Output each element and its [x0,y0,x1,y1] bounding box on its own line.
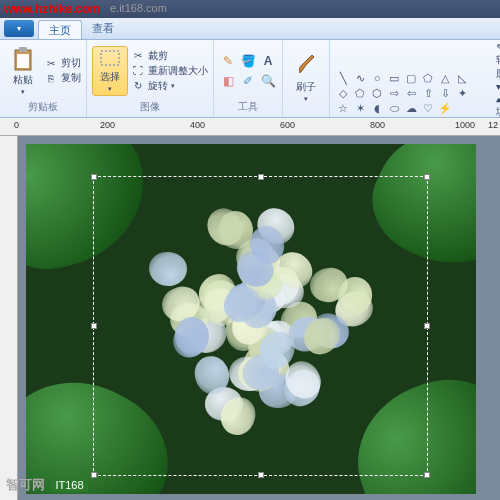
shape-roundrect[interactable]: ▢ [403,71,419,85]
paste-button[interactable]: 粘贴 ▾ [5,44,41,98]
shape-callout-cloud[interactable]: ☁ [403,101,419,115]
chevron-down-icon: ▾ [17,24,21,33]
watermark-url1: www.hzhike.com [4,2,100,16]
tab-view[interactable]: 查看 [82,18,124,39]
brush-label: 刷子 [296,80,316,94]
select-icon [99,49,121,69]
brush-button[interactable]: 刷子 ▾ [288,51,324,105]
canvas[interactable] [18,136,500,500]
shape-arrow-d[interactable]: ⇩ [437,86,453,100]
clipboard-icon [11,46,35,72]
ribbon: 粘贴 ▾ ✂剪切 ⎘复制 剪贴板 选择 ▾ ✂裁剪 ⛶重新调整大小 ↻旋转 ▾ … [0,40,500,118]
shape-diamond[interactable]: ◇ [335,86,351,100]
fill-tool[interactable]: 🪣 [239,52,257,70]
chevron-down-icon: ▾ [108,85,112,93]
shape-star6[interactable]: ✶ [352,101,368,115]
svg-rect-1 [19,47,27,52]
brand-cn: 智可网 [6,477,45,492]
group-brush: 刷子 ▾ [283,40,330,117]
shape-curve[interactable]: ∿ [352,71,368,85]
watermark-url2: e.it168.com [110,2,167,14]
paste-label: 粘贴 [13,73,33,87]
shapes-gallery[interactable]: ╲∿○▭▢⬠△◺ ◇⬠⬡⇨⇦⇧⇩✦ ☆✶◖⬭☁♡⚡ [335,71,487,115]
group-label-clipboard: 剪贴板 [5,99,81,115]
cut-button[interactable]: ✂剪切 [44,56,81,70]
photo-content [26,144,476,494]
pencil-tool[interactable]: ✎ [219,52,237,70]
group-label-tools: 工具 [219,99,277,115]
shape-oval[interactable]: ○ [369,71,385,85]
shape-heart[interactable]: ♡ [420,101,436,115]
group-tools: ✎ 🪣 A ◧ ✐ 🔍 工具 [214,40,283,117]
crop-button[interactable]: ✂裁剪 [131,49,208,63]
brand-en: IT168 [51,478,87,492]
shape-callout-oval[interactable]: ⬭ [386,101,402,115]
shape-polygon[interactable]: ⬠ [420,71,436,85]
shape-star5[interactable]: ☆ [335,101,351,115]
copy-icon: ⎘ [44,71,58,85]
select-label: 选择 [100,70,120,84]
brand-watermark: 智可网 IT168 [6,475,88,494]
zoom-tool[interactable]: 🔍 [259,72,277,90]
shape-star4[interactable]: ✦ [454,86,470,100]
resize-icon: ⛶ [131,64,145,78]
select-button[interactable]: 选择 ▾ [92,46,128,96]
fill-icon: ▰ [496,94,500,105]
shape-hexagon[interactable]: ⬡ [369,86,385,100]
menu-bar: ▾ 主页 查看 [0,18,500,40]
copy-button[interactable]: ⎘复制 [44,71,81,85]
resize-button[interactable]: ⛶重新调整大小 [131,64,208,78]
crop-icon: ✂ [131,49,145,63]
shape-arrow-r[interactable]: ⇨ [386,86,402,100]
svg-rect-2 [17,54,29,68]
tab-home[interactable]: 主页 [38,20,82,39]
group-clipboard: 粘贴 ▾ ✂剪切 ⎘复制 剪贴板 [0,40,87,117]
outline-button[interactable]: ✎ 轮廓 ▾ [496,42,500,92]
group-image: 选择 ▾ ✂裁剪 ⛶重新调整大小 ↻旋转 ▾ 图像 [87,40,214,117]
chevron-down-icon: ▾ [21,88,25,96]
picker-tool[interactable]: ✐ [239,72,257,90]
group-label-image: 图像 [92,99,208,115]
outline-icon: ✎ [496,42,500,53]
workspace [0,136,500,500]
shape-arrow-u[interactable]: ⇧ [420,86,436,100]
shape-triangle[interactable]: △ [437,71,453,85]
shape-lightning[interactable]: ⚡ [437,101,453,115]
ruler-vertical [0,136,18,500]
text-tool[interactable]: A [259,52,277,70]
rotate-icon: ↻ [131,79,145,93]
shape-rtriangle[interactable]: ◺ [454,71,470,85]
scissors-icon: ✂ [44,56,58,70]
shape-arrow-l[interactable]: ⇦ [403,86,419,100]
shape-pentagon[interactable]: ⬠ [352,86,368,100]
file-menu-button[interactable]: ▾ [4,20,34,37]
chevron-down-icon: ▾ [304,95,308,103]
shape-rect[interactable]: ▭ [386,71,402,85]
group-shapes: ╲∿○▭▢⬠△◺ ◇⬠⬡⇨⇦⇧⇩✦ ☆✶◖⬭☁♡⚡ ✎ 轮廓 ▾ ▰ 填充 ▾ … [330,40,500,117]
rotate-button[interactable]: ↻旋转 ▾ [131,79,208,93]
shape-callout-round[interactable]: ◖ [369,101,385,115]
eraser-tool[interactable]: ◧ [219,72,237,90]
ruler-horizontal: 0 200 400 600 800 1000 12 [0,118,500,136]
brush-icon [294,53,318,79]
shape-line[interactable]: ╲ [335,71,351,85]
svg-rect-3 [101,51,119,65]
